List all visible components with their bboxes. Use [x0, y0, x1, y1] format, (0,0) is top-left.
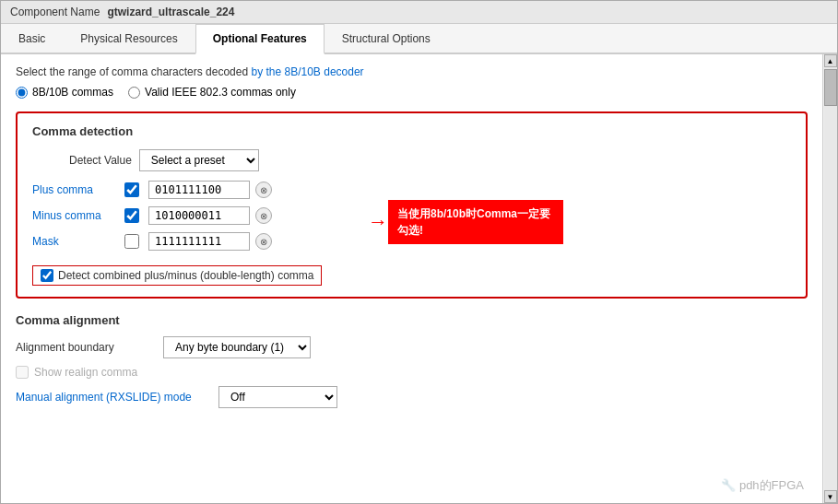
plus-comma-checkbox[interactable] — [124, 182, 139, 197]
minus-comma-checkbox[interactable] — [124, 208, 139, 223]
scrollbar-up-button[interactable]: ▲ — [824, 54, 837, 67]
show-realign-checkbox[interactable] — [16, 366, 29, 379]
alignment-boundary-select[interactable]: Any byte boundary (1) 2-byte boundary 4-… — [163, 336, 311, 358]
main-content: Select the range of comma characters dec… — [1, 54, 822, 503]
preset-select[interactable]: Select a preset — [139, 149, 259, 171]
content-area: Select the range of comma characters dec… — [1, 54, 837, 503]
main-window: Component Name gtwizard_ultrascale_224 B… — [0, 0, 838, 504]
mask-checkbox[interactable] — [124, 234, 139, 249]
plus-comma-row: Plus comma ⊗ — [32, 181, 791, 199]
comma-range-text: Select the range of comma characters dec… — [16, 65, 808, 78]
manual-alignment-row: Manual alignment (RXSLIDE) mode Off Exte… — [16, 386, 808, 408]
mask-clear[interactable]: ⊗ — [255, 233, 272, 250]
detect-value-row: Detect Value Select a preset — [32, 149, 791, 171]
annotation-text: 当使用8b/10b时Comma一定要勾选! — [397, 207, 550, 237]
show-realign-row: Show realign comma — [16, 366, 808, 379]
tab-basic[interactable]: Basic — [1, 24, 63, 53]
double-length-row: Detect combined plus/minus (double-lengt… — [32, 265, 322, 286]
tab-physical-resources[interactable]: Physical Resources — [63, 24, 195, 53]
show-realign-label: Show realign comma — [34, 366, 137, 379]
component-name-value: gtwizard_ultrascale_224 — [107, 6, 234, 18]
minus-comma-clear[interactable]: ⊗ — [255, 207, 272, 224]
minus-comma-label[interactable]: Minus comma — [32, 209, 124, 222]
mask-input[interactable] — [148, 232, 250, 251]
plus-comma-label[interactable]: Plus comma — [32, 183, 124, 196]
radio-row: 8B/10B commas Valid IEEE 802.3 commas on… — [16, 86, 808, 99]
annotation-arrow: → — [368, 210, 388, 234]
scrollbar-track[interactable] — [824, 67, 837, 490]
scrollbar-down-button[interactable]: ▼ — [824, 490, 837, 503]
comma-alignment-title: Comma alignment — [16, 313, 808, 327]
tab-optional-features[interactable]: Optional Features — [195, 24, 325, 54]
double-length-checkbox[interactable] — [41, 269, 53, 282]
radio-8b10b-label: 8B/10B commas — [32, 86, 113, 99]
plus-comma-clear[interactable]: ⊗ — [255, 182, 272, 198]
title-bar: Component Name gtwizard_ultrascale_224 — [1, 1, 837, 24]
double-length-label: Detect combined plus/minus (double-lengt… — [58, 269, 313, 282]
scrollbar-thumb[interactable] — [824, 69, 837, 106]
tabs-row: Basic Physical Resources Optional Featur… — [1, 24, 837, 54]
radio-8b10b[interactable]: 8B/10B commas — [16, 86, 113, 99]
mask-label[interactable]: Mask — [32, 235, 124, 248]
radio-ieee8023-input[interactable] — [128, 87, 140, 99]
manual-alignment-label[interactable]: Manual alignment (RXSLIDE) mode — [16, 391, 218, 404]
comma-detection-title: Comma detection — [32, 124, 791, 138]
watermark: 🔧 pdh的FPGA — [721, 477, 804, 494]
annotation-box: 当使用8b/10b时Comma一定要勾选! — [388, 200, 563, 244]
comma-alignment-section: Comma alignment Alignment boundary Any b… — [16, 313, 808, 408]
detect-label: Detect Value — [69, 154, 132, 167]
tab-structural-options[interactable]: Structural Options — [325, 24, 448, 53]
alignment-boundary-row: Alignment boundary Any byte boundary (1)… — [16, 336, 808, 358]
comma-range-link[interactable]: by the 8B/10B decoder — [251, 65, 363, 78]
radio-ieee8023[interactable]: Valid IEEE 802.3 commas only — [128, 86, 296, 99]
minus-comma-input[interactable] — [148, 206, 250, 225]
manual-alignment-select[interactable]: Off Externally Driven Internally Driven — [218, 386, 337, 408]
scrollbar: ▲ ▼ — [822, 54, 837, 503]
alignment-boundary-label: Alignment boundary — [16, 341, 163, 354]
component-name-label: Component Name — [10, 6, 100, 18]
radio-8b10b-input[interactable] — [16, 87, 28, 99]
annotation-container: → 当使用8b/10b时Comma一定要勾选! — [368, 200, 563, 244]
radio-ieee8023-label: Valid IEEE 802.3 commas only — [145, 86, 296, 99]
plus-comma-input[interactable] — [148, 181, 250, 199]
